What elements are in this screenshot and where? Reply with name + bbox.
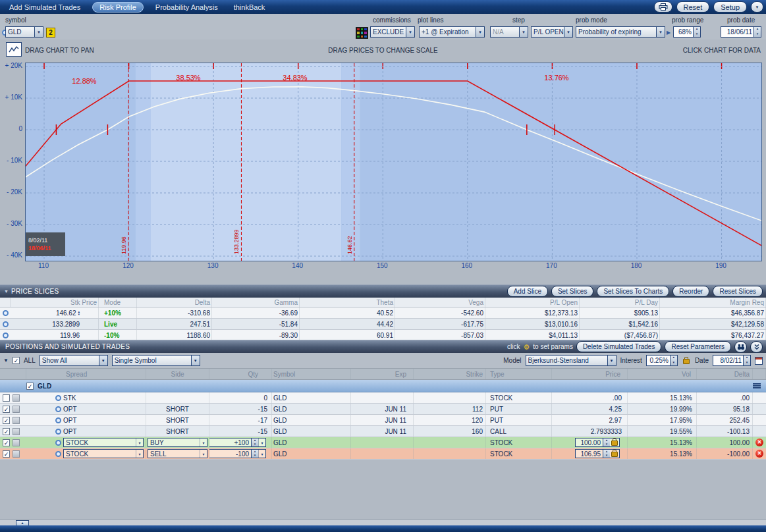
- link-bullet-icon[interactable]: [55, 406, 61, 412]
- spinner-control[interactable]: ▴▾: [693, 27, 700, 37]
- set-slices-to-charts-button[interactable]: Set Slices To Charts: [597, 286, 669, 297]
- spinner-control[interactable]: ▴▾: [753, 27, 761, 37]
- row-checkbox[interactable]: ✓: [3, 439, 10, 446]
- link-bullet-icon[interactable]: [3, 321, 9, 327]
- position-row: STK0GLDSTOCK.0015.13%.00: [0, 392, 766, 404]
- watch-button[interactable]: [734, 341, 747, 353]
- reset-button[interactable]: Reset: [676, 1, 710, 13]
- column-header-strike: Strike: [414, 369, 486, 379]
- single-symbol-combo[interactable]: Single Symbol ▼: [112, 355, 200, 366]
- spread-editor[interactable]: STOCK▾: [63, 449, 144, 458]
- spinner-control[interactable]: ▴▾: [251, 439, 258, 446]
- symbol-value: GLD: [273, 394, 287, 402]
- delete-simulated-trades-button[interactable]: Delete Simulated Trades: [576, 341, 662, 352]
- delta-value: 247.51: [190, 321, 210, 328]
- section-collapse-icon[interactable]: ▼: [4, 289, 9, 294]
- spinner-control[interactable]: ▴▾: [603, 450, 610, 458]
- quantity-editor[interactable]: +100▴▾▾: [209, 438, 266, 447]
- tab-risk-profile[interactable]: Risk Profile: [92, 2, 144, 13]
- link-bullet-icon[interactable]: [3, 332, 9, 338]
- link-bullet-icon[interactable]: [55, 451, 61, 457]
- row-flag-box[interactable]: [13, 439, 20, 446]
- cell-exp: JUN 11: [351, 404, 414, 414]
- tab-probability-analysis[interactable]: Probability Analysis: [151, 2, 222, 13]
- vol-value: 19.55%: [670, 428, 692, 435]
- spinner-control[interactable]: ▴▾: [603, 439, 610, 446]
- price-editor[interactable]: 106.95▴▾: [575, 449, 620, 458]
- symbol-combo[interactable]: GLD▼: [5, 26, 43, 38]
- side-editor[interactable]: BUY▾: [148, 438, 207, 447]
- row-flag-box[interactable]: [13, 428, 20, 435]
- model-combo[interactable]: Bjerksund-Stensland ▼: [526, 355, 616, 366]
- cell-vega: -542.60: [395, 307, 485, 318]
- expand-arrow-icon[interactable]: ▶: [667, 30, 670, 36]
- row-options-icon[interactable]: [753, 383, 761, 389]
- row-checkbox[interactable]: ✓: [3, 406, 10, 413]
- row-checkbox[interactable]: ✓: [3, 428, 10, 435]
- link-bullet-icon[interactable]: [3, 310, 9, 316]
- pan-tool-button[interactable]: [6, 42, 22, 57]
- tab-add-simulated-trades[interactable]: Add Simulated Trades: [5, 2, 84, 13]
- commissions-combo[interactable]: EXCLUDE▼: [370, 26, 415, 38]
- symbol-label: symbol: [5, 16, 26, 24]
- delete-trade-icon[interactable]: ✕: [755, 439, 763, 446]
- tab-thinkback[interactable]: thinkBack: [230, 2, 269, 13]
- cell-pl-open: $13,010.16: [485, 319, 580, 329]
- symbol-count-badge[interactable]: 2: [46, 28, 55, 38]
- prob-date-spinner[interactable]: 18/06/11▴▾: [721, 26, 761, 38]
- price-editor[interactable]: 100.00▴▾: [575, 438, 620, 447]
- group-symbol-label: GLD: [38, 383, 51, 390]
- show-all-combo[interactable]: Show All ▼: [40, 355, 108, 366]
- spread-editor[interactable]: STOCK▾: [63, 438, 144, 447]
- setup-button[interactable]: Setup: [713, 1, 747, 13]
- interest-lock-icon[interactable]: [683, 359, 690, 364]
- dropdown-arrow-icon: ▾: [200, 439, 207, 446]
- step-combo[interactable]: N/A▼: [490, 26, 528, 38]
- spread-editor-value: STOCK: [64, 450, 136, 458]
- group-checkbox[interactable]: ✓: [26, 383, 34, 390]
- reorder-button[interactable]: Reorder: [672, 286, 709, 297]
- color-grid-icon[interactable]: [356, 27, 368, 39]
- strike-value: 112: [472, 406, 483, 413]
- interest-spinner[interactable]: 0.25% ▴▾: [646, 355, 678, 366]
- reset-slices-button[interactable]: Reset Slices: [713, 286, 763, 297]
- row-checkbox[interactable]: ✓: [3, 450, 10, 458]
- calendar-icon[interactable]: [755, 357, 763, 365]
- set-slices-button[interactable]: Set Slices: [551, 286, 593, 297]
- side-editor[interactable]: SELL▾: [148, 449, 207, 458]
- link-bullet-icon[interactable]: [55, 440, 61, 446]
- prob-mode-combo[interactable]: Probability of expiring▼: [576, 26, 665, 38]
- plot-lines-combo[interactable]: +1 @ Expiration▼: [419, 26, 485, 38]
- spinner-control[interactable]: ▴▾: [670, 356, 677, 365]
- link-bullet-icon[interactable]: [55, 417, 61, 423]
- cell-actions: [753, 404, 766, 414]
- row-checkbox[interactable]: [3, 394, 10, 402]
- slice-price-spinner[interactable]: ▴▾: [78, 310, 80, 316]
- row-checkbox[interactable]: ✓: [3, 417, 10, 424]
- quantity-editor[interactable]: -100▴▾▾: [209, 449, 266, 458]
- row-flag-box[interactable]: [13, 417, 20, 424]
- risk-chart[interactable]: 119.96133.2899146.6212.88%38.53%34.83%13…: [25, 63, 762, 261]
- row-flag-box[interactable]: [13, 406, 20, 413]
- link-bullet-icon[interactable]: [55, 429, 61, 435]
- spinner-control[interactable]: ▴▾: [743, 356, 750, 365]
- cell-qty: 0: [209, 392, 272, 403]
- print-button[interactable]: [654, 1, 672, 13]
- row-flag-box[interactable]: [13, 450, 20, 458]
- add-slice-button[interactable]: Add Slice: [507, 286, 548, 297]
- set-params-gear-icon[interactable]: ⚙: [523, 344, 530, 350]
- setup-menu-button[interactable]: ▼: [751, 1, 763, 13]
- all-checkbox[interactable]: ✓: [13, 357, 20, 364]
- date-spinner[interactable]: 8/02/11 ▴▾: [713, 355, 751, 366]
- delete-trade-icon[interactable]: ✕: [755, 450, 763, 458]
- column-header-symbol: Symbol: [272, 369, 351, 379]
- collapse-triangle-icon[interactable]: ▼: [3, 358, 9, 363]
- prob-range-spinner[interactable]: 68%▴▾: [673, 26, 701, 38]
- spinner-control[interactable]: ▴▾: [251, 450, 258, 458]
- reset-parameters-button[interactable]: Reset Parameters: [665, 341, 731, 352]
- spinner-down-icon: ▾: [694, 32, 700, 38]
- link-bullet-icon[interactable]: [55, 395, 61, 401]
- collapse-section-button[interactable]: [750, 341, 763, 353]
- row-flag-box[interactable]: [13, 394, 20, 402]
- pl-mode-combo[interactable]: P/L OPEN▼: [531, 26, 573, 38]
